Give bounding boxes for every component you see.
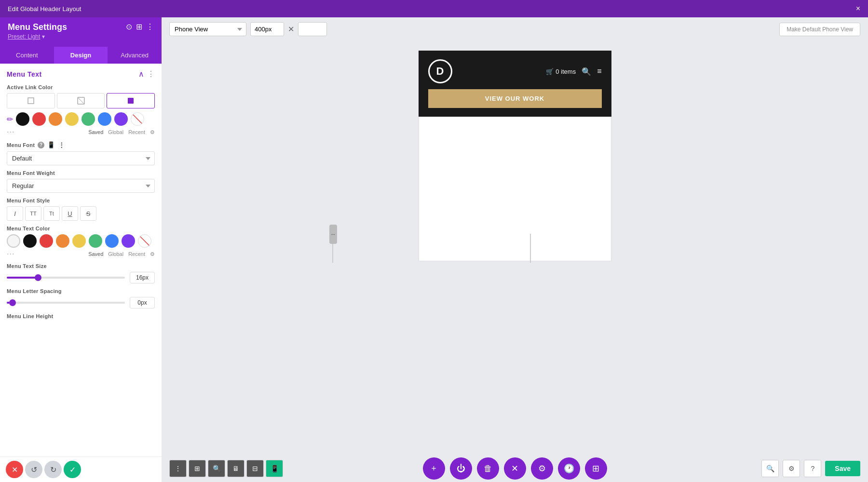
preview-cta-button[interactable]: VIEW OUR WORK [428, 89, 602, 108]
color-swatches-row2 [7, 234, 155, 248]
resize-handle[interactable]: ↔ [329, 225, 337, 244]
swatch2-red[interactable] [40, 234, 53, 248]
swatch-purple[interactable] [114, 112, 128, 126]
swatch2-blue[interactable] [105, 234, 119, 248]
more-colors-dots[interactable]: ··· [7, 128, 14, 136]
color-selector-1[interactable] [7, 93, 55, 108]
close-window-button[interactable]: × [856, 4, 860, 13]
swatch-red[interactable] [32, 112, 46, 126]
font-style-strikethrough[interactable]: S [80, 206, 96, 221]
canvas-bottom-bar: ⋮ ⊞ 🔍 🖥 ⊟ 📱 + ⏻ 🗑 ✕ ⚙ 🕐 ⊞ 🔍 ⚙ [162, 455, 868, 482]
preview-nav-icons: 🛒 0 items 🔍 ≡ [546, 67, 601, 76]
viewport-select[interactable]: Phone View Desktop View Tablet View [169, 22, 246, 36]
menu-font-weight-select[interactable]: Regular Bold Light [7, 179, 155, 193]
redo-button[interactable]: ↻ [44, 461, 62, 478]
font-style-capitalize[interactable]: Tt [43, 206, 60, 221]
viewport-width-input[interactable] [250, 22, 284, 36]
right-settings-icon[interactable]: ⚙ [783, 460, 800, 477]
menu-font-label: Menu Font ? 📱 ⋮ [7, 141, 155, 148]
section-collapse-icon[interactable]: ∧ [138, 69, 144, 79]
color-settings-icon2[interactable]: ⚙ [150, 251, 155, 257]
more-colors-dots2[interactable]: ··· [7, 250, 14, 258]
undo-button[interactable]: ↺ [25, 461, 42, 478]
section-actions: ∧ ⋮ [138, 69, 155, 79]
font-style-buttons: I TT Tt U S [7, 206, 155, 221]
preview-header-top: D 🛒 0 items 🔍 ≡ [428, 59, 602, 83]
tab-advanced[interactable]: Advanced [108, 47, 162, 64]
settings-button[interactable]: ⚙ [531, 457, 553, 480]
left-panel: Menu Settings Preset: Light ▾ ⊙ ⊞ ⋮ Cont… [0, 17, 162, 482]
panel-icon-2[interactable]: ⊞ [136, 22, 142, 31]
canvas-tool-tablet[interactable]: ⊟ [246, 460, 264, 477]
canvas-toolbar-center: + ⏻ 🗑 ✕ ⚙ 🕐 ⊞ [423, 457, 607, 480]
panel-header: Menu Settings Preset: Light ▾ ⊙ ⊞ ⋮ [0, 17, 162, 47]
font-mobile-icon[interactable]: 📱 [47, 141, 55, 148]
right-help-icon[interactable]: ? [804, 460, 821, 477]
color-selector-3[interactable] [107, 93, 155, 108]
canvas-tool-phone[interactable]: 📱 [266, 460, 283, 477]
panel-tabs: Content Design Advanced [0, 47, 162, 64]
menu-letter-spacing-label: Menu Letter Spacing [7, 288, 155, 294]
svg-line-5 [138, 235, 151, 248]
swatch-orange[interactable] [49, 112, 62, 126]
menu-letter-spacing-input[interactable] [130, 297, 155, 308]
font-menu-icon[interactable]: ⋮ [58, 141, 65, 148]
save-button[interactable]: Save [825, 461, 860, 476]
global-label2: Global [108, 251, 123, 257]
make-default-button[interactable]: Make Default Phone View [779, 23, 860, 36]
font-style-uppercase[interactable]: TT [25, 206, 41, 221]
viewport-close-button[interactable]: ✕ [288, 25, 294, 34]
color-selector-2[interactable] [57, 93, 105, 108]
menu-text-size-input[interactable] [130, 272, 155, 283]
history-button[interactable]: 🕐 [558, 457, 580, 480]
font-help-icon[interactable]: ? [38, 142, 44, 148]
right-divider [530, 234, 531, 263]
swatch2-yellow[interactable] [72, 234, 86, 248]
swatch2-clear[interactable] [138, 234, 151, 248]
right-search-icon[interactable]: 🔍 [761, 460, 779, 477]
cancel-button[interactable]: ✕ [6, 461, 23, 478]
menu-letter-spacing-slider[interactable] [7, 302, 125, 304]
tab-content[interactable]: Content [0, 47, 54, 64]
panel-icon-3[interactable]: ⋮ [146, 22, 154, 31]
add-section-button[interactable]: + [423, 457, 445, 480]
power-button[interactable]: ⏻ [450, 457, 472, 480]
tab-design[interactable]: Design [54, 47, 108, 64]
confirm-button[interactable]: ✓ [64, 461, 81, 478]
recent-label: Recent [128, 129, 145, 135]
font-style-underline[interactable]: U [62, 206, 78, 221]
canvas-tool-desktop[interactable]: 🖥 [227, 460, 244, 477]
section-title: Menu Text [7, 70, 42, 78]
color-settings-icon[interactable]: ⚙ [150, 129, 155, 135]
section-header: Menu Text ∧ ⋮ [7, 69, 155, 79]
swatch-black[interactable] [16, 112, 29, 126]
swatch-yellow[interactable] [65, 112, 79, 126]
eyedropper-icon[interactable]: ✏ [7, 115, 13, 124]
panel-preset[interactable]: Preset: Light ▾ [8, 33, 67, 40]
delete-button[interactable]: 🗑 [477, 457, 499, 480]
viewport-extra-input[interactable] [298, 22, 327, 36]
swatch2-black[interactable] [23, 234, 37, 248]
eraser-swatch[interactable] [7, 234, 20, 248]
swatch-green[interactable] [81, 112, 95, 126]
menu-font-style-label: Menu Font Style [7, 198, 155, 203]
canvas-tool-search[interactable]: 🔍 [208, 460, 225, 477]
swatch2-orange[interactable] [56, 234, 69, 248]
swatch2-green[interactable] [89, 234, 102, 248]
canvas-tool-menu[interactable]: ⋮ [169, 460, 187, 477]
menu-font-select[interactable]: Default [7, 151, 155, 165]
main-layout: Menu Settings Preset: Light ▾ ⊙ ⊞ ⋮ Cont… [0, 17, 868, 482]
canvas-tool-grid[interactable]: ⊞ [189, 460, 206, 477]
close-button[interactable]: ✕ [504, 457, 526, 480]
swatch-clear[interactable] [131, 112, 144, 126]
font-style-italic[interactable]: I [7, 206, 23, 221]
svg-line-2 [78, 97, 84, 104]
section-menu-icon[interactable]: ⋮ [147, 69, 155, 79]
panel-icon-1[interactable]: ⊙ [126, 22, 132, 31]
menu-text-size-slider[interactable] [7, 277, 125, 279]
swatch-blue[interactable] [98, 112, 111, 126]
sliders-button[interactable]: ⊞ [585, 457, 607, 480]
swatch2-purple[interactable] [122, 234, 135, 248]
panel-title: Menu Settings [8, 22, 67, 32]
color-swatches-row1: ✏ [7, 112, 155, 126]
